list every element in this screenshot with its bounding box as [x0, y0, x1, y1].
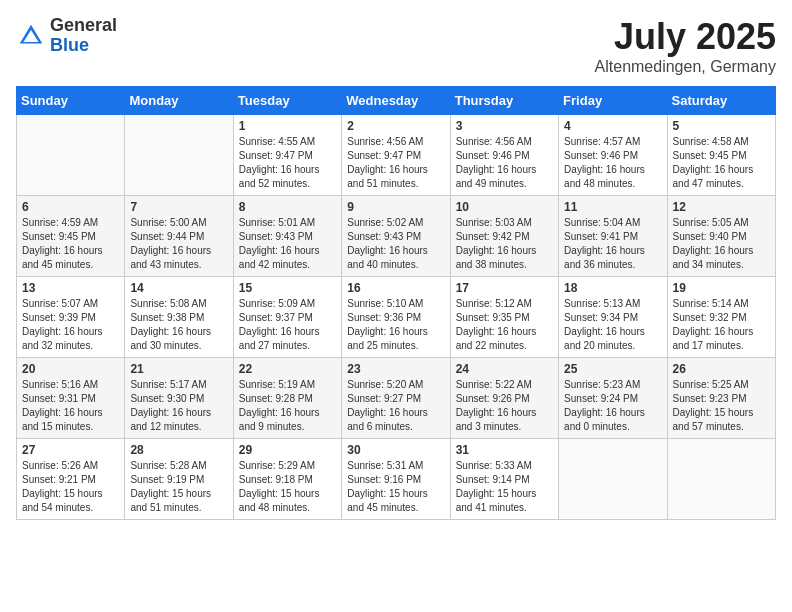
calendar-cell: 27Sunrise: 5:26 AMSunset: 9:21 PMDayligh… [17, 439, 125, 520]
day-info: Sunrise: 5:33 AMSunset: 9:14 PMDaylight:… [456, 459, 553, 515]
day-info: Sunrise: 5:01 AMSunset: 9:43 PMDaylight:… [239, 216, 336, 272]
day-number: 18 [564, 281, 661, 295]
calendar-table: SundayMondayTuesdayWednesdayThursdayFrid… [16, 86, 776, 520]
calendar-cell: 12Sunrise: 5:05 AMSunset: 9:40 PMDayligh… [667, 196, 775, 277]
calendar-cell: 2Sunrise: 4:56 AMSunset: 9:47 PMDaylight… [342, 115, 450, 196]
day-number: 15 [239, 281, 336, 295]
logo-icon [16, 21, 46, 51]
calendar-week-4: 20Sunrise: 5:16 AMSunset: 9:31 PMDayligh… [17, 358, 776, 439]
calendar-cell: 24Sunrise: 5:22 AMSunset: 9:26 PMDayligh… [450, 358, 558, 439]
logo-text: General Blue [50, 16, 117, 56]
calendar-cell: 8Sunrise: 5:01 AMSunset: 9:43 PMDaylight… [233, 196, 341, 277]
day-number: 4 [564, 119, 661, 133]
calendar-cell: 5Sunrise: 4:58 AMSunset: 9:45 PMDaylight… [667, 115, 775, 196]
calendar-cell: 21Sunrise: 5:17 AMSunset: 9:30 PMDayligh… [125, 358, 233, 439]
calendar-cell: 3Sunrise: 4:56 AMSunset: 9:46 PMDaylight… [450, 115, 558, 196]
day-info: Sunrise: 5:12 AMSunset: 9:35 PMDaylight:… [456, 297, 553, 353]
calendar-cell: 31Sunrise: 5:33 AMSunset: 9:14 PMDayligh… [450, 439, 558, 520]
calendar-cell: 23Sunrise: 5:20 AMSunset: 9:27 PMDayligh… [342, 358, 450, 439]
day-number: 26 [673, 362, 770, 376]
calendar-week-3: 13Sunrise: 5:07 AMSunset: 9:39 PMDayligh… [17, 277, 776, 358]
day-number: 27 [22, 443, 119, 457]
day-info: Sunrise: 5:16 AMSunset: 9:31 PMDaylight:… [22, 378, 119, 434]
day-info: Sunrise: 5:14 AMSunset: 9:32 PMDaylight:… [673, 297, 770, 353]
day-info: Sunrise: 5:29 AMSunset: 9:18 PMDaylight:… [239, 459, 336, 515]
day-info: Sunrise: 5:03 AMSunset: 9:42 PMDaylight:… [456, 216, 553, 272]
calendar-cell [17, 115, 125, 196]
calendar-cell [125, 115, 233, 196]
day-number: 7 [130, 200, 227, 214]
header-wednesday: Wednesday [342, 87, 450, 115]
location-title: Altenmedingen, Germany [595, 58, 776, 76]
calendar-cell: 17Sunrise: 5:12 AMSunset: 9:35 PMDayligh… [450, 277, 558, 358]
calendar-cell: 14Sunrise: 5:08 AMSunset: 9:38 PMDayligh… [125, 277, 233, 358]
month-title: July 2025 [595, 16, 776, 58]
day-number: 16 [347, 281, 444, 295]
calendar-cell: 16Sunrise: 5:10 AMSunset: 9:36 PMDayligh… [342, 277, 450, 358]
title-area: July 2025 Altenmedingen, Germany [595, 16, 776, 76]
day-info: Sunrise: 5:13 AMSunset: 9:34 PMDaylight:… [564, 297, 661, 353]
header-friday: Friday [559, 87, 667, 115]
calendar-cell: 7Sunrise: 5:00 AMSunset: 9:44 PMDaylight… [125, 196, 233, 277]
day-number: 22 [239, 362, 336, 376]
day-number: 8 [239, 200, 336, 214]
calendar-cell [667, 439, 775, 520]
day-number: 6 [22, 200, 119, 214]
day-info: Sunrise: 5:05 AMSunset: 9:40 PMDaylight:… [673, 216, 770, 272]
day-number: 11 [564, 200, 661, 214]
day-number: 30 [347, 443, 444, 457]
day-number: 17 [456, 281, 553, 295]
day-info: Sunrise: 4:55 AMSunset: 9:47 PMDaylight:… [239, 135, 336, 191]
calendar-cell: 1Sunrise: 4:55 AMSunset: 9:47 PMDaylight… [233, 115, 341, 196]
calendar-cell: 25Sunrise: 5:23 AMSunset: 9:24 PMDayligh… [559, 358, 667, 439]
day-number: 3 [456, 119, 553, 133]
day-info: Sunrise: 5:09 AMSunset: 9:37 PMDaylight:… [239, 297, 336, 353]
day-number: 21 [130, 362, 227, 376]
calendar-cell: 29Sunrise: 5:29 AMSunset: 9:18 PMDayligh… [233, 439, 341, 520]
calendar-cell: 11Sunrise: 5:04 AMSunset: 9:41 PMDayligh… [559, 196, 667, 277]
day-number: 31 [456, 443, 553, 457]
header-tuesday: Tuesday [233, 87, 341, 115]
logo-general: General [50, 16, 117, 36]
day-number: 5 [673, 119, 770, 133]
calendar-cell: 20Sunrise: 5:16 AMSunset: 9:31 PMDayligh… [17, 358, 125, 439]
day-number: 29 [239, 443, 336, 457]
calendar-week-1: 1Sunrise: 4:55 AMSunset: 9:47 PMDaylight… [17, 115, 776, 196]
day-info: Sunrise: 4:58 AMSunset: 9:45 PMDaylight:… [673, 135, 770, 191]
calendar-header-row: SundayMondayTuesdayWednesdayThursdayFrid… [17, 87, 776, 115]
day-info: Sunrise: 5:26 AMSunset: 9:21 PMDaylight:… [22, 459, 119, 515]
calendar-week-5: 27Sunrise: 5:26 AMSunset: 9:21 PMDayligh… [17, 439, 776, 520]
calendar-cell: 4Sunrise: 4:57 AMSunset: 9:46 PMDaylight… [559, 115, 667, 196]
day-info: Sunrise: 4:56 AMSunset: 9:46 PMDaylight:… [456, 135, 553, 191]
day-number: 1 [239, 119, 336, 133]
day-number: 13 [22, 281, 119, 295]
day-number: 12 [673, 200, 770, 214]
calendar-cell: 26Sunrise: 5:25 AMSunset: 9:23 PMDayligh… [667, 358, 775, 439]
calendar-cell: 28Sunrise: 5:28 AMSunset: 9:19 PMDayligh… [125, 439, 233, 520]
day-number: 19 [673, 281, 770, 295]
day-info: Sunrise: 5:02 AMSunset: 9:43 PMDaylight:… [347, 216, 444, 272]
calendar-cell [559, 439, 667, 520]
day-info: Sunrise: 5:28 AMSunset: 9:19 PMDaylight:… [130, 459, 227, 515]
header-saturday: Saturday [667, 87, 775, 115]
day-info: Sunrise: 5:20 AMSunset: 9:27 PMDaylight:… [347, 378, 444, 434]
day-info: Sunrise: 5:08 AMSunset: 9:38 PMDaylight:… [130, 297, 227, 353]
calendar-cell: 6Sunrise: 4:59 AMSunset: 9:45 PMDaylight… [17, 196, 125, 277]
day-info: Sunrise: 4:59 AMSunset: 9:45 PMDaylight:… [22, 216, 119, 272]
day-number: 14 [130, 281, 227, 295]
calendar-cell: 9Sunrise: 5:02 AMSunset: 9:43 PMDaylight… [342, 196, 450, 277]
header-thursday: Thursday [450, 87, 558, 115]
day-info: Sunrise: 5:22 AMSunset: 9:26 PMDaylight:… [456, 378, 553, 434]
calendar-cell: 22Sunrise: 5:19 AMSunset: 9:28 PMDayligh… [233, 358, 341, 439]
page-header: General Blue July 2025 Altenmedingen, Ge… [16, 16, 776, 76]
calendar-week-2: 6Sunrise: 4:59 AMSunset: 9:45 PMDaylight… [17, 196, 776, 277]
day-number: 2 [347, 119, 444, 133]
calendar-cell: 18Sunrise: 5:13 AMSunset: 9:34 PMDayligh… [559, 277, 667, 358]
header-monday: Monday [125, 87, 233, 115]
logo: General Blue [16, 16, 117, 56]
day-info: Sunrise: 4:57 AMSunset: 9:46 PMDaylight:… [564, 135, 661, 191]
day-number: 28 [130, 443, 227, 457]
calendar-cell: 19Sunrise: 5:14 AMSunset: 9:32 PMDayligh… [667, 277, 775, 358]
day-info: Sunrise: 5:31 AMSunset: 9:16 PMDaylight:… [347, 459, 444, 515]
day-info: Sunrise: 5:17 AMSunset: 9:30 PMDaylight:… [130, 378, 227, 434]
